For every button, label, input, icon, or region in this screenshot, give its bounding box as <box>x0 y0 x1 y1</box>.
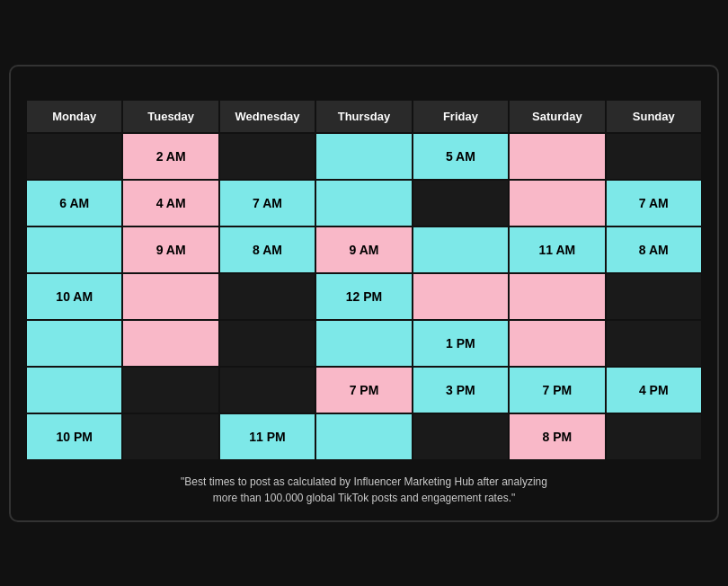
table-cell <box>219 133 315 180</box>
table-row: 7 PM3 PM7 PM4 PM <box>26 367 702 413</box>
table-cell: 7 PM <box>315 367 412 413</box>
table-cell: 4 PM <box>606 367 702 413</box>
table-cell: 8 AM <box>219 226 315 273</box>
table-cell <box>606 273 702 320</box>
table-cell <box>219 367 315 413</box>
table-cell <box>122 273 218 320</box>
table-cell <box>606 413 702 460</box>
table-cell: 11 PM <box>219 413 315 460</box>
header-row: MondayTuesdayWednesdayThursdayFridaySatu… <box>26 100 702 133</box>
table-cell: 9 AM <box>315 226 412 273</box>
column-header-monday: Monday <box>26 100 122 133</box>
table-cell <box>315 133 412 180</box>
table-cell <box>315 320 412 367</box>
table-cell: 7 AM <box>219 180 315 226</box>
table-cell: 3 PM <box>413 367 509 413</box>
table-cell <box>26 133 122 180</box>
table-row: 10 PM11 PM8 PM <box>26 413 702 460</box>
table-cell <box>26 367 122 413</box>
table-cell: 2 AM <box>122 133 218 180</box>
table-cell <box>413 413 509 460</box>
table-cell <box>26 226 122 273</box>
table-cell <box>26 320 122 367</box>
schedule-table: MondayTuesdayWednesdayThursdayFridaySatu… <box>25 99 703 461</box>
table-cell: 10 PM <box>26 413 122 460</box>
table-row: 2 AM5 AM <box>26 133 702 180</box>
table-cell <box>315 413 412 460</box>
table-cell <box>122 413 218 460</box>
table-cell: 5 AM <box>413 133 509 180</box>
table-cell: 4 AM <box>122 180 218 226</box>
table-cell <box>315 180 412 226</box>
table-cell: 6 AM <box>26 180 122 226</box>
table-cell: 1 PM <box>413 320 509 367</box>
table-row: 9 AM8 AM9 AM11 AM8 AM <box>26 226 702 273</box>
table-cell <box>413 273 509 320</box>
table-cell: 8 AM <box>606 226 702 273</box>
column-header-thursday: Thursday <box>315 100 412 133</box>
column-header-sunday: Sunday <box>606 100 702 133</box>
table-cell <box>122 367 218 413</box>
main-card: MondayTuesdayWednesdayThursdayFridaySatu… <box>9 65 719 522</box>
table-cell: 12 PM <box>315 273 412 320</box>
table-cell <box>219 273 315 320</box>
table-cell: 11 AM <box>509 226 605 273</box>
table-row: 6 AM4 AM7 AM7 AM <box>26 180 702 226</box>
table-row: 1 PM <box>26 320 702 367</box>
table-row: 10 AM12 PM <box>26 273 702 320</box>
table-cell <box>606 320 702 367</box>
column-header-tuesday: Tuesday <box>122 100 218 133</box>
table-cell <box>413 226 509 273</box>
table-cell: 9 AM <box>122 226 218 273</box>
table-cell <box>509 320 605 367</box>
table-cell <box>219 320 315 367</box>
table-cell: 7 AM <box>606 180 702 226</box>
table-cell: 10 AM <box>26 273 122 320</box>
table-cell <box>509 133 605 180</box>
table-cell: 8 PM <box>509 413 605 460</box>
footer-note: "Best times to post as calculated by Inf… <box>25 474 703 506</box>
table-cell <box>413 180 509 226</box>
column-header-wednesday: Wednesday <box>219 100 315 133</box>
table-cell <box>606 133 702 180</box>
table-cell: 7 PM <box>509 367 605 413</box>
column-header-saturday: Saturday <box>509 100 605 133</box>
table-cell <box>122 320 218 367</box>
table-cell <box>509 273 605 320</box>
table-cell <box>509 180 605 226</box>
column-header-friday: Friday <box>413 100 509 133</box>
